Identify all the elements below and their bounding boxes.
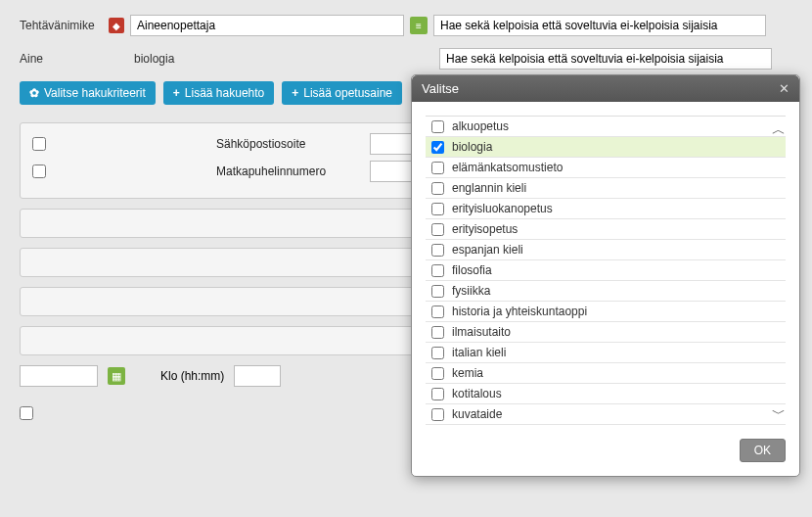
list-item[interactable]: kuvataide (426, 404, 786, 425)
list-item-checkbox[interactable] (431, 141, 444, 154)
list-item-checkbox[interactable] (431, 120, 444, 133)
list-item-checkbox[interactable] (431, 162, 444, 174)
list-item-checkbox[interactable] (431, 306, 444, 318)
list-item-label: italian kieli (452, 346, 506, 359)
list-item-label: espanjan kieli (452, 243, 523, 257)
list-item[interactable]: ilmaisutaito (426, 322, 786, 343)
time-label: Klo (hh:mm) (160, 369, 224, 383)
list-item[interactable]: kotitalous (426, 384, 786, 404)
list-item-label: historia ja yhteiskuntaoppi (452, 305, 587, 318)
bottom-checkbox[interactable] (20, 406, 33, 420)
date-input[interactable] (20, 365, 98, 387)
dialog-title: Valitse (422, 81, 459, 96)
required-icon: ◆ (109, 18, 124, 33)
subject-label: Aine (20, 52, 103, 66)
phone-label: Matkapuhelinnumero (216, 164, 358, 178)
list-item[interactable]: englannin kieli (426, 178, 786, 199)
time-input[interactable] (234, 365, 281, 387)
list-item[interactable]: espanjan kieli (426, 240, 786, 260)
list-item-checkbox[interactable] (431, 285, 444, 298)
list-item-checkbox[interactable] (431, 244, 444, 257)
list-item[interactable]: historia ja yhteiskuntaoppi (426, 302, 786, 322)
list-item-checkbox[interactable] (431, 388, 444, 400)
subject-value: biologia (130, 52, 433, 66)
list-item[interactable]: latinan kieli (426, 425, 786, 429)
list-item-checkbox[interactable] (431, 347, 444, 359)
plus-icon: + (292, 86, 298, 100)
list-item[interactable]: elämänkatsomustieto (426, 158, 786, 178)
email-label: Sähköpostiosoite (216, 137, 358, 151)
list-item-label: kotitalous (452, 387, 502, 400)
ok-button[interactable]: OK (740, 439, 786, 462)
task-hint-input[interactable] (433, 15, 766, 36)
list-item-label: filosofia (452, 263, 492, 277)
list-item-label: kuvataide (452, 407, 502, 421)
list-item-checkbox[interactable] (431, 367, 444, 380)
list-item[interactable]: filosofia (426, 260, 786, 281)
list-item-checkbox[interactable] (431, 264, 444, 277)
scroll-down-icon[interactable]: ﹀ (770, 405, 788, 423)
list-item[interactable]: kemia (426, 363, 786, 384)
calendar-icon[interactable]: ▦ (108, 367, 125, 385)
list-item-checkbox[interactable] (431, 429, 444, 430)
add-term-button[interactable]: +Lisää hakuehto (163, 81, 274, 105)
list-item[interactable]: alkuopetus (426, 117, 786, 137)
list-item-label: latinan kieli (452, 428, 510, 429)
list-item[interactable]: biologia (426, 137, 786, 158)
scroll-up-icon[interactable]: ︿ (770, 121, 788, 139)
select-criteria-label: Valitse hakukriteerit (44, 86, 146, 100)
plus-icon: + (173, 86, 180, 100)
email-checkbox[interactable] (32, 137, 46, 151)
subject-hint-input[interactable] (439, 48, 772, 70)
list-item-checkbox[interactable] (431, 326, 444, 339)
phone-checkbox[interactable] (32, 164, 46, 178)
list-item-label: ilmaisutaito (452, 325, 511, 339)
add-subject-label: Lisää opetusaine (303, 86, 392, 100)
list-item[interactable]: erityisopetus (426, 219, 786, 240)
list-item-label: englannin kieli (452, 181, 526, 195)
list-item[interactable]: erityisluokanopetus (426, 199, 786, 219)
close-icon[interactable]: ✕ (779, 81, 789, 96)
subject-list: alkuopetusbiologiaelämänkatsomustietoeng… (426, 116, 786, 429)
list-item-label: kemia (452, 366, 483, 380)
list-item-label: biologia (452, 140, 492, 154)
list-item-label: erityisluokanopetus (452, 202, 553, 215)
list-item-label: erityisopetus (452, 222, 518, 236)
list-item-label: fysiikka (452, 284, 490, 298)
add-term-label: Lisää hakuehto (185, 86, 264, 100)
list-item-label: elämänkatsomustieto (452, 161, 563, 174)
list-item[interactable]: fysiikka (426, 281, 786, 302)
list-item-checkbox[interactable] (431, 223, 444, 236)
list-item-label: alkuopetus (452, 119, 509, 133)
select-criteria-button[interactable]: ✿Valitse hakukriteerit (20, 81, 156, 105)
gear-icon: ✿ (29, 86, 39, 100)
list-item[interactable]: italian kieli (426, 343, 786, 363)
task-input[interactable] (130, 15, 404, 36)
select-dialog: Valitse ✕ alkuopetusbiologiaelämänkatsom… (411, 74, 800, 477)
list-item-checkbox[interactable] (431, 182, 444, 195)
add-subject-button[interactable]: +Lisää opetusaine (282, 81, 402, 105)
list-item-checkbox[interactable] (431, 408, 444, 421)
task-label: Tehtävänimike (20, 19, 103, 32)
list-item-checkbox[interactable] (431, 203, 444, 215)
list-icon[interactable]: ≡ (410, 17, 428, 34)
